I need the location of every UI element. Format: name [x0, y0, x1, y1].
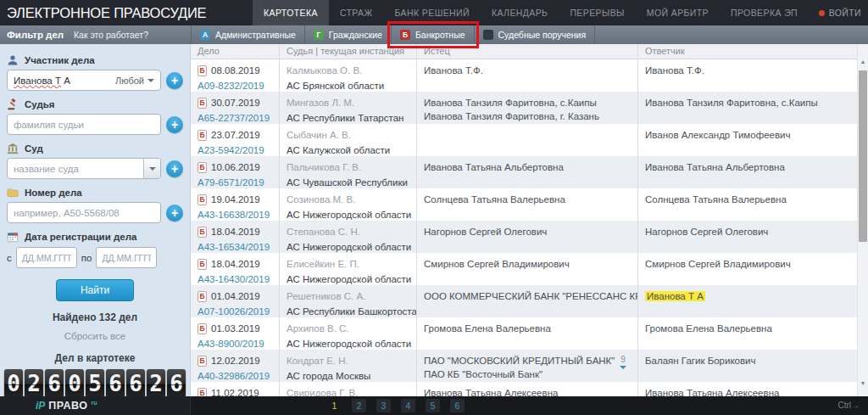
- plaintiff-name: ПАО КБ "Восточный Банк": [424, 368, 631, 380]
- top-nav-item[interactable]: КАЛЕНДАРЬ: [481, 0, 559, 25]
- judge-name: Елисейкин Е. П.: [287, 258, 409, 270]
- case-number-link[interactable]: А43-8900/2019: [198, 338, 264, 350]
- plaintiff-cell: Иванова Танзиля Фаритовна, с.КаипыИванов…: [417, 92, 638, 124]
- court-name: АС Калужской области: [287, 144, 409, 156]
- case-type-tab-label: Гражданские: [329, 30, 382, 40]
- add-participant-button[interactable]: +: [166, 72, 183, 89]
- judge-cell: Калмыкова О. В.АС Брянской области: [280, 59, 417, 92]
- top-nav-item[interactable]: СТРАЖ: [329, 0, 384, 25]
- case-date-value: 10.06.2019: [211, 161, 260, 173]
- login-button[interactable]: ВОЙТИ: [819, 0, 861, 25]
- add-case-number-button[interactable]: +: [166, 205, 183, 222]
- folder-icon: [7, 187, 19, 199]
- case-date-value: 11.02.2019: [211, 387, 259, 396]
- table-row: Б18.04.2019А43-16430/2019Елисейкин Е. П.…: [191, 253, 857, 285]
- case-date-value: 19.04.2019: [211, 193, 260, 205]
- counter-digit: 0: [4, 369, 23, 396]
- more-participants-badge[interactable]: 9: [620, 356, 626, 369]
- scroll-down-arrow-icon[interactable]: ▼: [858, 378, 868, 390]
- counter-digit: 6: [167, 369, 186, 396]
- judge-input[interactable]: [7, 114, 161, 135]
- pravo-logo-sup: ru: [92, 400, 97, 406]
- case-number-link[interactable]: А79-6571/2019: [198, 177, 264, 188]
- plaintiff-cell: Смирнов Сергей Владимирович: [417, 253, 638, 285]
- court-dropdown-button[interactable]: [143, 159, 160, 178]
- plaintiff-name: Иванова Татьяна Алексеевна: [424, 387, 631, 396]
- case-type-tab[interactable]: ААдминистративные: [192, 25, 305, 44]
- top-nav-item[interactable]: ПРОВЕРКА ЭП: [720, 0, 809, 25]
- date-to-label: по: [81, 253, 92, 263]
- case-number-link[interactable]: А09-8232/2019: [198, 80, 264, 92]
- cases-table: ДелоСудья | текущая инстанцияИстецОтветч…: [191, 44, 868, 396]
- bankruptcy-case-icon: Б: [198, 356, 207, 367]
- page-button[interactable]: 5: [426, 399, 440, 412]
- case-type-tab[interactable]: Судебные поручения: [475, 25, 596, 44]
- table-row: Б19.04.2019А43-16638/2019Созинова М. В.А…: [191, 188, 857, 221]
- case-number-link[interactable]: А43-16430/2019: [198, 273, 270, 285]
- content-area: Участник дела Иванова Т А Любой +: [0, 44, 868, 396]
- court-name: АС Брянской области: [287, 80, 409, 92]
- case-number-label-row: Номер дела: [0, 185, 190, 200]
- case-number-input[interactable]: [7, 202, 161, 223]
- plaintiff-name: ПАО "МОСКОВСКИЙ КРЕДИТНЫЙ БАНК": [424, 355, 631, 367]
- footer-bar: iP ПРАВО ru 123456 Ctrl→: [0, 396, 868, 415]
- page-button[interactable]: 3: [376, 399, 391, 412]
- case-date-value: 23.07.2019: [211, 129, 260, 141]
- date-to-input[interactable]: [96, 247, 157, 268]
- add-court-button[interactable]: +: [166, 160, 183, 177]
- case-number-link[interactable]: А65-22737/2019: [198, 112, 270, 124]
- counter-digit: 0: [65, 369, 84, 396]
- case-number-link[interactable]: А43-16534/2019: [198, 241, 270, 253]
- counter-digit: 2: [147, 369, 165, 396]
- judge-name: Созинова М. В.: [287, 193, 409, 205]
- case-date: Б30.07.2019: [198, 97, 272, 109]
- court-name: АС Республики Башкортостан: [287, 306, 409, 317]
- page-button[interactable]: 1: [327, 399, 342, 412]
- registration-date-label: Дата регистрации дела: [25, 232, 136, 242]
- bankruptcy-case-icon: Б: [198, 130, 207, 141]
- table-body: Б08.08.2019А09-8232/2019Калмыкова О. В.А…: [191, 59, 857, 396]
- case-type-tabs: ААдминистративныеГГражданскиеББанкротные…: [191, 25, 595, 44]
- participant-input[interactable]: Иванова Т А Любой: [7, 70, 161, 91]
- case-type-tab[interactable]: ББанкротные: [392, 25, 475, 44]
- participant-group: Участник дела Иванова Т А Любой +: [0, 53, 190, 91]
- pravo-logo[interactable]: iP ПРАВО ru: [36, 400, 97, 412]
- case-number-link[interactable]: А40-32986/2019: [198, 370, 270, 382]
- pagination: 123456: [327, 399, 465, 412]
- counter-label: Дел в картотеке: [0, 352, 190, 364]
- case-number-link[interactable]: А07-10026/2019: [198, 306, 270, 317]
- court-name: АС Нижегородской области: [287, 338, 409, 350]
- case-cell: Б11.02.2019А45-4130/2019: [191, 382, 280, 396]
- scrollbar-thumb[interactable]: [859, 70, 867, 242]
- judge-cell: Елисейкин Е. П.АС Нижегородской области: [280, 253, 417, 285]
- table-header: ДелоСудья | текущая инстанцияИстецОтветч…: [191, 44, 868, 59]
- judge-name: Кондрат Е. Н.: [287, 355, 409, 367]
- judge-name: Решетников С. А.: [287, 290, 409, 302]
- date-from-input[interactable]: [16, 247, 77, 268]
- search-button[interactable]: Найти: [56, 279, 134, 301]
- participant-role-dropdown[interactable]: Любой: [115, 76, 154, 86]
- add-judge-button[interactable]: +: [166, 116, 183, 133]
- page-button[interactable]: 6: [450, 399, 465, 412]
- judge-cell: Архипов В. С.АС Нижегородской области: [280, 317, 417, 350]
- how-it-works-link[interactable]: Как это работает?: [74, 30, 148, 40]
- table-row: Б11.02.2019А45-4130/2019Свиридова Г. В.А…: [191, 382, 857, 396]
- participant-label-row: Участник дела: [0, 53, 190, 68]
- case-number-link[interactable]: А43-16638/2019: [198, 209, 270, 221]
- vertical-scrollbar[interactable]: ▲ ▼: [857, 44, 868, 396]
- case-type-tab[interactable]: ГГражданские: [305, 25, 392, 44]
- top-nav-item[interactable]: МОЙ АРБИТР: [636, 0, 720, 25]
- case-number-link[interactable]: А23-5942/2019: [198, 144, 264, 156]
- top-nav-item[interactable]: БАНК РЕШЕНИЙ: [384, 0, 481, 25]
- page-button[interactable]: 4: [401, 399, 415, 412]
- court-select[interactable]: название суда: [7, 158, 161, 179]
- judge-label: Судья: [25, 99, 55, 109]
- reset-all-link[interactable]: Сбросить все: [0, 331, 190, 341]
- case-date-value: 01.03.2019: [211, 322, 260, 334]
- participant-label: Участник дела: [25, 55, 95, 65]
- top-bar: ЭЛЕКТРОННОЕ ПРАВОСУДИЕ КАРТОТЕКАСТРАЖБАН…: [0, 0, 868, 25]
- page-button[interactable]: 2: [352, 399, 366, 412]
- top-nav-item[interactable]: ПЕРЕРЫВЫ: [559, 0, 635, 25]
- scroll-up-arrow-icon[interactable]: ▲: [858, 56, 868, 68]
- top-nav-item[interactable]: КАРТОТЕКА: [253, 0, 329, 25]
